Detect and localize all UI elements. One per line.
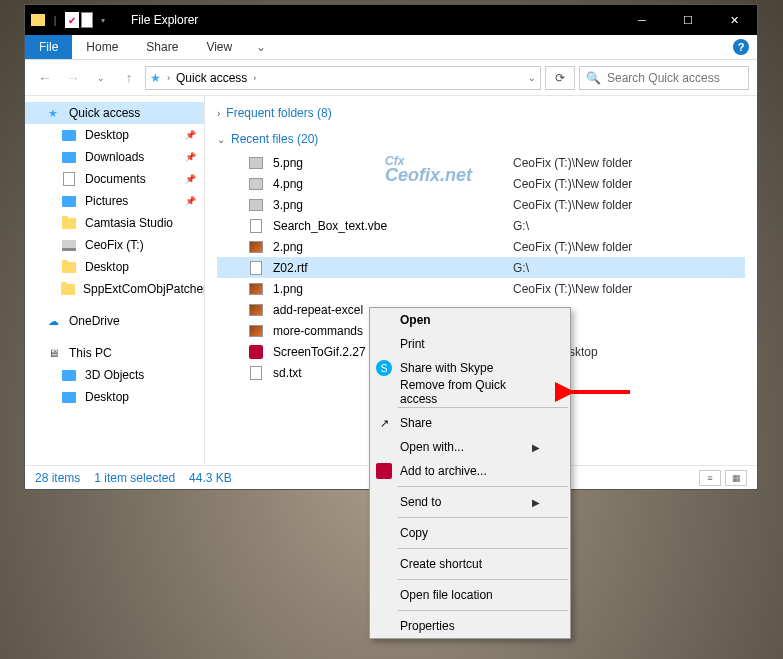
file-row[interactable]: 3.pngCeoFix (T:)\New folder bbox=[217, 194, 745, 215]
context-menu-item[interactable]: ↗Share bbox=[370, 411, 570, 435]
file-row[interactable]: 4.pngCeoFix (T:)\New folder bbox=[217, 173, 745, 194]
context-menu-item[interactable]: Remove from Quick access bbox=[370, 380, 570, 404]
file-row[interactable]: 2.pngCeoFix (T:)\New folder bbox=[217, 236, 745, 257]
context-menu-separator bbox=[398, 407, 568, 408]
qa-doc-icon[interactable] bbox=[81, 12, 93, 28]
view-icons-button[interactable]: ▦ bbox=[725, 470, 747, 486]
context-menu-label: Add to archive... bbox=[400, 464, 487, 478]
sidebar-item[interactable]: 3D Objects bbox=[25, 364, 204, 386]
recent-files-header[interactable]: ⌄ Recent files (20) bbox=[217, 126, 745, 152]
nav-up-button[interactable]: ↑ bbox=[117, 66, 141, 90]
sidebar-item[interactable]: Camtasia Studio bbox=[25, 212, 204, 234]
context-menu-item[interactable]: Open file location bbox=[370, 583, 570, 607]
sidebar-quick-access[interactable]: ★ Quick access bbox=[25, 102, 204, 124]
context-menu-item[interactable]: Open with...▶ bbox=[370, 435, 570, 459]
sidebar-item-label: Documents bbox=[85, 172, 146, 186]
divider-icon: | bbox=[47, 12, 63, 28]
help-button[interactable]: ? bbox=[733, 35, 749, 59]
context-menu-label: Share with Skype bbox=[400, 361, 493, 375]
context-menu-item[interactable]: Properties bbox=[370, 614, 570, 638]
sidebar-label: This PC bbox=[69, 346, 112, 360]
section-label: Frequent folders (8) bbox=[226, 106, 331, 120]
ribbon-tab-file[interactable]: File bbox=[25, 35, 72, 59]
folder-icon bbox=[61, 259, 77, 275]
quick-access-star-icon: ★ bbox=[150, 71, 161, 85]
context-menu-item[interactable]: Send to▶ bbox=[370, 490, 570, 514]
nav-history-dropdown[interactable]: ⌄ bbox=[89, 66, 113, 90]
chevron-right-icon: › bbox=[167, 73, 170, 83]
archive-icon bbox=[376, 463, 392, 479]
qa-dropdown-icon[interactable]: ▾ bbox=[95, 12, 111, 28]
window-title: File Explorer bbox=[131, 13, 198, 27]
sidebar-item[interactable]: Desktop📌 bbox=[25, 124, 204, 146]
search-placeholder: Search Quick access bbox=[607, 71, 720, 85]
refresh-button[interactable]: ⟳ bbox=[545, 66, 575, 90]
context-menu-item[interactable]: Print bbox=[370, 332, 570, 356]
ribbon-expand-button[interactable]: ⌄ bbox=[246, 35, 276, 59]
sidebar-item[interactable]: CeoFix (T:) bbox=[25, 234, 204, 256]
ribbon-tab-view[interactable]: View bbox=[192, 35, 246, 59]
address-dropdown-icon[interactable]: ⌄ bbox=[528, 73, 536, 83]
file-icon bbox=[247, 344, 265, 360]
file-name: Search_Box_text.vbe bbox=[273, 219, 513, 233]
status-item-count: 28 items bbox=[35, 471, 80, 485]
titlebar[interactable]: | ✔ ▾ File Explorer ─ ☐ ✕ bbox=[25, 5, 757, 35]
pin-icon: 📌 bbox=[185, 174, 196, 184]
qa-check-icon[interactable]: ✔ bbox=[65, 12, 79, 28]
submenu-arrow-icon: ▶ bbox=[532, 497, 540, 508]
chevron-right-icon: › bbox=[217, 108, 220, 119]
context-menu-item[interactable]: Open bbox=[370, 308, 570, 332]
context-menu-label: Open with... bbox=[400, 440, 464, 454]
file-name: 3.png bbox=[273, 198, 513, 212]
folder-icon bbox=[61, 149, 77, 165]
context-menu-label: Remove from Quick access bbox=[400, 378, 540, 406]
search-field[interactable]: 🔍 Search Quick access bbox=[579, 66, 749, 90]
file-row[interactable]: 5.pngCeoFix (T:)\New folder bbox=[217, 152, 745, 173]
context-menu-separator bbox=[398, 610, 568, 611]
sidebar-item[interactable]: Desktop bbox=[25, 256, 204, 278]
share-icon: ↗ bbox=[376, 415, 392, 431]
context-menu-label: Share bbox=[400, 416, 432, 430]
context-menu-item[interactable]: Create shortcut bbox=[370, 552, 570, 576]
context-menu-label: Print bbox=[400, 337, 425, 351]
folder-icon bbox=[61, 171, 77, 187]
ribbon-tabs: File Home Share View ⌄ ? bbox=[25, 35, 757, 60]
sidebar-onedrive[interactable]: ☁ OneDrive bbox=[25, 310, 204, 332]
sidebar-item-label: Camtasia Studio bbox=[85, 216, 173, 230]
ribbon-tab-home[interactable]: Home bbox=[72, 35, 132, 59]
file-row[interactable]: 1.pngCeoFix (T:)\New folder bbox=[217, 278, 745, 299]
folder-icon bbox=[61, 281, 75, 297]
minimize-button[interactable]: ─ bbox=[619, 5, 665, 35]
sidebar-this-pc[interactable]: 🖥 This PC bbox=[25, 342, 204, 364]
context-menu-item[interactable]: Copy bbox=[370, 521, 570, 545]
sidebar-item[interactable]: Documents📌 bbox=[25, 168, 204, 190]
context-menu-label: Send to bbox=[400, 495, 441, 509]
file-name: 4.png bbox=[273, 177, 513, 191]
file-name: 5.png bbox=[273, 156, 513, 170]
view-details-button[interactable]: ≡ bbox=[699, 470, 721, 486]
address-field[interactable]: ★ › Quick access › ⌄ bbox=[145, 66, 541, 90]
sidebar-item[interactable]: Pictures📌 bbox=[25, 190, 204, 212]
frequent-folders-header[interactable]: › Frequent folders (8) bbox=[217, 100, 745, 126]
navigation-sidebar: ★ Quick access Desktop📌Downloads📌Documen… bbox=[25, 96, 205, 465]
context-menu-item[interactable]: Add to archive... bbox=[370, 459, 570, 483]
submenu-arrow-icon: ▶ bbox=[532, 442, 540, 453]
file-row[interactable]: Search_Box_text.vbeG:\ bbox=[217, 215, 745, 236]
nav-forward-button[interactable]: → bbox=[61, 66, 85, 90]
sidebar-item[interactable]: SppExtComObjPatcher bbox=[25, 278, 204, 300]
sidebar-label: Quick access bbox=[69, 106, 140, 120]
sidebar-item[interactable]: Desktop bbox=[25, 386, 204, 408]
file-icon bbox=[247, 239, 265, 255]
file-icon bbox=[247, 323, 265, 339]
sidebar-item[interactable]: Downloads📌 bbox=[25, 146, 204, 168]
close-button[interactable]: ✕ bbox=[711, 5, 757, 35]
context-menu-separator bbox=[398, 548, 568, 549]
maximize-button[interactable]: ☐ bbox=[665, 5, 711, 35]
nav-back-button[interactable]: ← bbox=[33, 66, 57, 90]
star-icon: ★ bbox=[45, 105, 61, 121]
context-menu-label: Create shortcut bbox=[400, 557, 482, 571]
ribbon-tab-share[interactable]: Share bbox=[132, 35, 192, 59]
context-menu-item[interactable]: SShare with Skype bbox=[370, 356, 570, 380]
sidebar-item-label: 3D Objects bbox=[85, 368, 144, 382]
file-row[interactable]: Z02.rtfG:\ bbox=[217, 257, 745, 278]
